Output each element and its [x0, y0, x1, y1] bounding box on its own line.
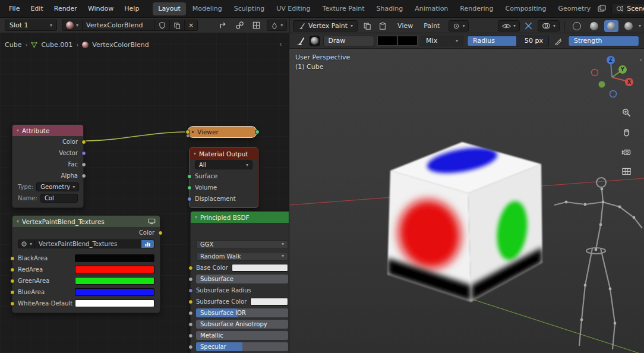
zoom-icon[interactable]	[620, 107, 632, 118]
viewer-output-socket[interactable]	[255, 130, 260, 134]
workspace-tab[interactable]: Rendering	[454, 2, 498, 15]
principled-node-header[interactable]: ▾ Principled BSDF	[191, 212, 289, 223]
viewer-node-header[interactable]: ▸ Viewer	[188, 127, 257, 137]
output-socket[interactable]	[81, 174, 86, 178]
breadcrumb-material[interactable]: VertexColorBlend	[92, 41, 149, 49]
input-socket[interactable]	[10, 290, 15, 295]
material-name-field[interactable]: VertexColorBlend	[82, 20, 154, 30]
menu-item[interactable]: Edit	[25, 2, 48, 15]
gizmo-y-neg-axis[interactable]	[599, 81, 605, 88]
fake-user-button[interactable]	[154, 20, 169, 30]
workspace-tab[interactable]: Layout	[153, 2, 185, 15]
subsurface-method-dropdown[interactable]: Random Walk ▾	[196, 252, 288, 261]
menu-item[interactable]: Window	[83, 2, 119, 15]
primary-color-swatch[interactable]	[378, 36, 397, 45]
armature-object[interactable]	[554, 178, 642, 349]
subsurface-ior-slider[interactable]: Subsurface IOR	[196, 308, 288, 317]
camera-view-icon[interactable]	[620, 146, 632, 157]
shader-node-editor[interactable]: Cube › Cube.001 › VertexColorBlend ‹ ▾ A…	[0, 33, 289, 353]
radius-slider[interactable]: Radius 50 px	[467, 36, 549, 46]
new-material-button[interactable]	[169, 20, 184, 30]
input-socket[interactable]	[188, 311, 193, 316]
unlink-material-button[interactable]: ×	[184, 20, 197, 30]
input-socket[interactable]	[187, 197, 192, 201]
attribute-node-header[interactable]: ▾ Attribute	[12, 125, 83, 136]
collapse-icon[interactable]: ▾	[17, 128, 19, 133]
sidebar-collapse-icon[interactable]: ‹	[640, 56, 642, 64]
workspace-tab[interactable]: Geometry	[553, 2, 596, 15]
subsurface-color-swatch[interactable]	[250, 298, 288, 305]
menu-item[interactable]: View	[392, 20, 418, 32]
material-slot-dropdown[interactable]: Slot 1▾	[5, 20, 57, 31]
attribute-type-dropdown[interactable]: Geometry ▾	[36, 182, 79, 191]
base-color-swatch[interactable]	[232, 264, 288, 272]
workspace-tab[interactable]: Animation	[409, 2, 453, 15]
collapse-icon[interactable]: ▾	[195, 215, 197, 220]
strength-slider[interactable]: Strength	[568, 36, 639, 46]
menu-item[interactable]: Render	[49, 2, 83, 15]
cube-object[interactable]	[387, 142, 542, 302]
material-output-header[interactable]: ▾ Material Output	[190, 148, 258, 159]
output-socket[interactable]	[81, 151, 86, 156]
input-socket[interactable]	[10, 256, 15, 261]
color-swatch[interactable]	[75, 254, 154, 262]
color-swatch[interactable]	[75, 300, 154, 307]
shading-solid-button[interactable]	[587, 20, 601, 32]
mode-dropdown[interactable]: Vertex Paint ▾	[293, 20, 358, 31]
input-socket[interactable]	[10, 267, 15, 272]
principled-bsdf-node[interactable]: ▾ Principled BSDF GGX ▾ Random Walk ▾ Ba…	[190, 211, 289, 353]
collapse-icon[interactable]: ▾	[17, 219, 19, 224]
output-socket[interactable]	[81, 140, 86, 144]
blend-mode-dropdown[interactable]: Mix ▾	[421, 36, 463, 46]
shading-dropdown-icon[interactable]: ▾	[639, 24, 641, 29]
group-name-field[interactable]: VertexPaintBlend_Textures	[34, 240, 141, 248]
shading-wireframe-button[interactable]	[570, 20, 584, 32]
input-socket[interactable]	[188, 288, 193, 293]
subsurface-anisotropy-slider[interactable]: Subsurface Anisotropy	[196, 320, 288, 329]
input-socket[interactable]	[188, 277, 193, 282]
expand-icon[interactable]: ▸	[192, 130, 194, 134]
output-target-dropdown[interactable]: All ▾	[195, 160, 252, 169]
breadcrumb-mesh[interactable]: Cube.001	[41, 41, 72, 49]
attribute-name-field[interactable]: Col	[40, 194, 78, 203]
workspace-tab[interactable]: Texture Paint	[317, 2, 370, 15]
go-to-parent-icon[interactable]	[217, 20, 229, 31]
overlay-dropdown[interactable]: ▾	[267, 20, 287, 31]
menu-item[interactable]: Help	[119, 2, 144, 15]
vertex-paint-blend-group-node[interactable]: ▾ VertexPaintBlend_Textures Color ▾ Vert…	[12, 215, 160, 313]
menu-item[interactable]: File	[4, 2, 25, 15]
input-socket[interactable]	[10, 301, 15, 306]
gizmo-toggle-icon[interactable]	[523, 20, 535, 31]
material-output-node[interactable]: ▾ Material Output All ▾ Surface	[189, 147, 258, 208]
navigation-gizmo[interactable]: Z Y X	[592, 56, 634, 97]
group-fake-user-button[interactable]	[141, 240, 154, 248]
collapse-icon[interactable]: ▾	[194, 152, 196, 156]
brush-name-field[interactable]: Draw	[323, 36, 375, 46]
workspace-tab[interactable]: Modeling	[187, 2, 228, 15]
viewer-node[interactable]: ▸ Viewer	[187, 126, 257, 138]
group-output-socket[interactable]	[158, 231, 163, 235]
menu-item[interactable]: Paint	[418, 20, 445, 32]
viewport-canvas[interactable]: Z Y X	[289, 49, 644, 353]
color-swatch[interactable]	[75, 266, 154, 273]
brush-tool-icon[interactable]	[294, 35, 306, 46]
output-socket[interactable]	[81, 162, 86, 167]
material-browse-button[interactable]: ▾	[62, 20, 82, 30]
input-socket[interactable]	[188, 322, 193, 327]
paste-icon[interactable]	[377, 20, 389, 31]
specular-slider[interactable]: Specular	[196, 342, 288, 351]
overlays-dropdown[interactable]: ▾	[538, 20, 560, 31]
gizmo-x-neg-axis[interactable]	[592, 70, 598, 76]
snapping-icon[interactable]	[250, 20, 262, 31]
view-layer-icon[interactable]	[596, 3, 608, 14]
input-socket[interactable]	[187, 185, 192, 190]
workspace-tab[interactable]: Sculpting	[229, 2, 270, 15]
group-browse-button[interactable]: ▾	[18, 240, 34, 248]
distribution-dropdown[interactable]: GGX ▾	[196, 240, 288, 249]
breadcrumb-object[interactable]: Cube	[5, 41, 21, 49]
link-icon[interactable]	[233, 20, 245, 31]
secondary-color-swatch[interactable]	[398, 36, 417, 45]
pressure-pen-icon[interactable]	[553, 35, 564, 46]
scene-selector[interactable]: Scene	[611, 3, 644, 14]
color-swatch[interactable]	[75, 277, 154, 285]
